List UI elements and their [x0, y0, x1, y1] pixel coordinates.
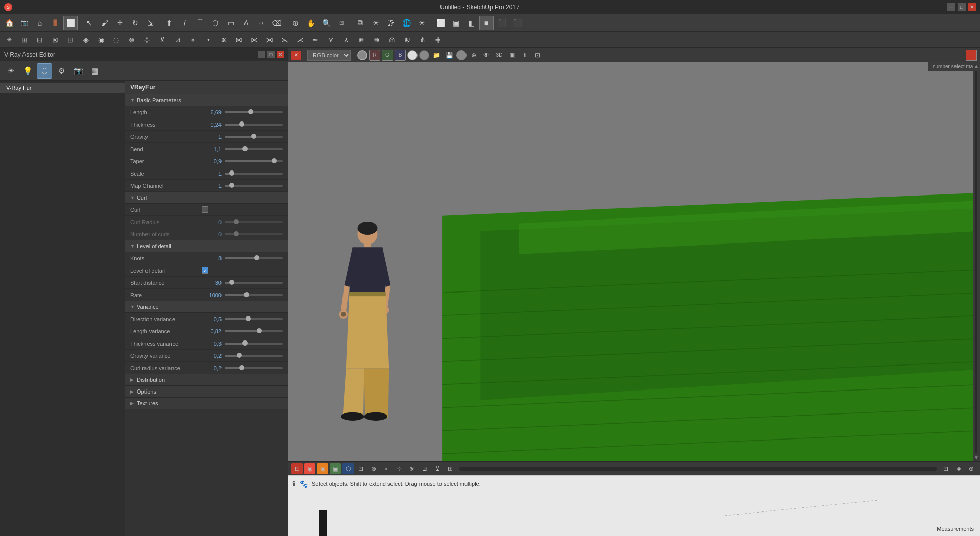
- toolbar2-btn7[interactable]: ◉: [94, 33, 108, 47]
- vp-bottom-btn9[interactable]: ⊹: [394, 463, 405, 474]
- toolbar2-btn21[interactable]: ⋍: [308, 33, 323, 47]
- vray-tool-camera2[interactable]: 📷: [70, 63, 86, 79]
- prop-value-grav-var[interactable]: 0,2: [202, 353, 225, 359]
- section-lod[interactable]: ▼ Level of detail: [125, 240, 288, 252]
- prop-slider-knots[interactable]: [225, 257, 283, 259]
- toolbar2-btn23[interactable]: ⋏: [339, 33, 353, 47]
- toolbar-section-btn[interactable]: ⧉: [353, 16, 368, 30]
- vp-b-btn[interactable]: B: [395, 50, 406, 61]
- toolbar-shape-btn[interactable]: ⬡: [208, 16, 223, 30]
- toolbar-hidden-btn[interactable]: ◧: [464, 16, 478, 30]
- toolbar2-btn27[interactable]: ⋓: [400, 33, 414, 47]
- prop-slider-map-channel[interactable]: [225, 185, 283, 187]
- toolbar-solid-btn[interactable]: ■: [479, 16, 494, 30]
- toolbar2-btn12[interactable]: ⊿: [170, 33, 185, 47]
- prop-value-thick-var[interactable]: 0,3: [202, 340, 225, 347]
- toolbar-render-btn[interactable]: ☀: [414, 16, 429, 30]
- section-curl[interactable]: ▼ Curl: [125, 192, 288, 204]
- toolbar-move-btn[interactable]: ✛: [113, 16, 127, 30]
- vp-3d-btn[interactable]: 3D: [494, 50, 505, 61]
- vp-bottom-btn11[interactable]: ⊿: [419, 463, 430, 474]
- prop-slider-gravity[interactable]: [225, 136, 283, 138]
- toolbar2-btn11[interactable]: ⊻: [155, 33, 169, 47]
- toolbar2-btn4[interactable]: ⊠: [48, 33, 62, 47]
- toolbar2-btn14[interactable]: ⋆: [201, 33, 215, 47]
- viewport-canvas[interactable]: number select map ▲ ▼: [288, 62, 980, 461]
- toolbar-mono-btn[interactable]: ⬛: [510, 16, 524, 30]
- toolbar-scale-btn[interactable]: ⇲: [143, 16, 158, 30]
- toolbar-rect-btn[interactable]: ▭: [224, 16, 238, 30]
- prop-slider-length[interactable]: [225, 111, 283, 113]
- vray-restore-btn[interactable]: □: [267, 51, 275, 58]
- prop-value-len-var[interactable]: 0,82: [202, 328, 225, 334]
- toolbar-house-btn[interactable]: ⌂: [33, 16, 47, 30]
- vp-bottom-btn12[interactable]: ⊻: [432, 463, 443, 474]
- section-variance[interactable]: ▼ Variance: [125, 301, 288, 313]
- prop-slider-thickness[interactable]: [225, 124, 283, 126]
- toolbar-door-btn[interactable]: 🚪: [48, 16, 62, 30]
- toolbar2-btn6[interactable]: ◈: [79, 33, 93, 47]
- toolbar-arc-btn[interactable]: ⌒: [193, 16, 207, 30]
- prop-checkbox-lod[interactable]: [202, 267, 208, 274]
- vray-tool-sun[interactable]: ☀: [3, 63, 18, 79]
- prop-value-bend[interactable]: 1,1: [202, 146, 225, 152]
- vp-save-btn[interactable]: 💾: [444, 50, 455, 61]
- toolbar2-btn17[interactable]: ⋉: [247, 33, 261, 47]
- prop-value-gravity[interactable]: 1: [202, 134, 225, 140]
- prop-value-taper[interactable]: 0,9: [202, 158, 225, 164]
- toolbar2-btn22[interactable]: ⋎: [324, 33, 338, 47]
- scroll-up-btn[interactable]: ▲: [973, 62, 980, 70]
- prop-slider-grav-var[interactable]: [225, 355, 283, 357]
- vp-extra-btn[interactable]: ⊡: [532, 50, 543, 61]
- toolbar2-btn25[interactable]: ⋑: [370, 33, 384, 47]
- vp-bottom-right-btn3[interactable]: ⊕: [966, 463, 977, 474]
- prop-slider-thick-var[interactable]: [225, 343, 283, 345]
- vp-bottom-btn8[interactable]: ⋆: [381, 463, 392, 474]
- toolbar2-btn16[interactable]: ⋈: [232, 33, 246, 47]
- toolbar-orbit-btn[interactable]: ⊕: [288, 16, 303, 30]
- prop-slider-rate[interactable]: [225, 294, 283, 296]
- toolbar-shadow-btn[interactable]: ☀: [369, 16, 383, 30]
- toolbar-push-btn[interactable]: ⬆: [162, 16, 177, 30]
- prop-slider-dir-var[interactable]: [225, 318, 283, 320]
- toolbar-xray-btn[interactable]: ⬜: [433, 16, 448, 30]
- toolbar2-btn24[interactable]: ⋐: [354, 33, 369, 47]
- prop-slider-scale[interactable]: [225, 173, 283, 175]
- prop-slider-bend[interactable]: [225, 148, 283, 150]
- toolbar-zoom-btn[interactable]: 🔍: [319, 16, 333, 30]
- sidebar-item-vray-fur[interactable]: V-Ray Fur: [0, 83, 125, 93]
- toolbar2-btn29[interactable]: ⋕: [431, 33, 445, 47]
- toolbar2-btn15[interactable]: ⋇: [216, 33, 231, 47]
- toolbar2-btn19[interactable]: ⋋: [278, 33, 292, 47]
- vp-folder-btn[interactable]: 📁: [431, 50, 442, 61]
- info-icon-btn[interactable]: ℹ: [292, 480, 295, 488]
- toolbar2-btn10[interactable]: ⊹: [140, 33, 154, 47]
- toolbar-texture-btn[interactable]: ⬛: [495, 16, 509, 30]
- vp-bottom-btn7[interactable]: ⊛: [368, 463, 379, 474]
- viewport-scroll-right[interactable]: ▲ ▼: [973, 62, 980, 461]
- vp-eye-btn[interactable]: 👁: [481, 50, 492, 61]
- prop-slider-start-dist[interactable]: [225, 282, 283, 284]
- vp-sphere-white-btn[interactable]: [407, 50, 418, 60]
- viewport-hscroll[interactable]: [459, 467, 937, 471]
- prop-slider-len-var[interactable]: [225, 330, 283, 332]
- vp-g-btn[interactable]: G: [382, 50, 393, 61]
- toolbar2-btn28[interactable]: ⋔: [415, 33, 430, 47]
- section-textures[interactable]: ▶ Textures: [125, 398, 288, 409]
- toolbar-cursor-btn[interactable]: ↖: [82, 16, 96, 30]
- toolbar-dim-btn[interactable]: ↔: [254, 16, 268, 30]
- vp-grid-btn[interactable]: ▣: [506, 50, 518, 61]
- toolbar2-btn9[interactable]: ⊛: [125, 33, 139, 47]
- prop-value-start-dist[interactable]: 30: [202, 280, 225, 286]
- toolbar-line-btn[interactable]: /: [178, 16, 192, 30]
- toolbar2-btn13[interactable]: ⋄: [186, 33, 200, 47]
- vp-bottom-btn6[interactable]: ⊡: [355, 463, 366, 474]
- maximize-button[interactable]: □: [958, 3, 966, 11]
- toolbar2-btn2[interactable]: ⊞: [17, 33, 32, 47]
- vp-bottom-right-btn1[interactable]: ⊡: [940, 463, 951, 474]
- toolbar-wire-btn[interactable]: ▣: [449, 16, 463, 30]
- toolbar2-btn3[interactable]: ⊟: [33, 33, 47, 47]
- toolbar2-btn26[interactable]: ⋒: [385, 33, 399, 47]
- prop-value-rate[interactable]: 1000: [202, 292, 225, 298]
- viewport-close-x[interactable]: ✕: [291, 51, 301, 60]
